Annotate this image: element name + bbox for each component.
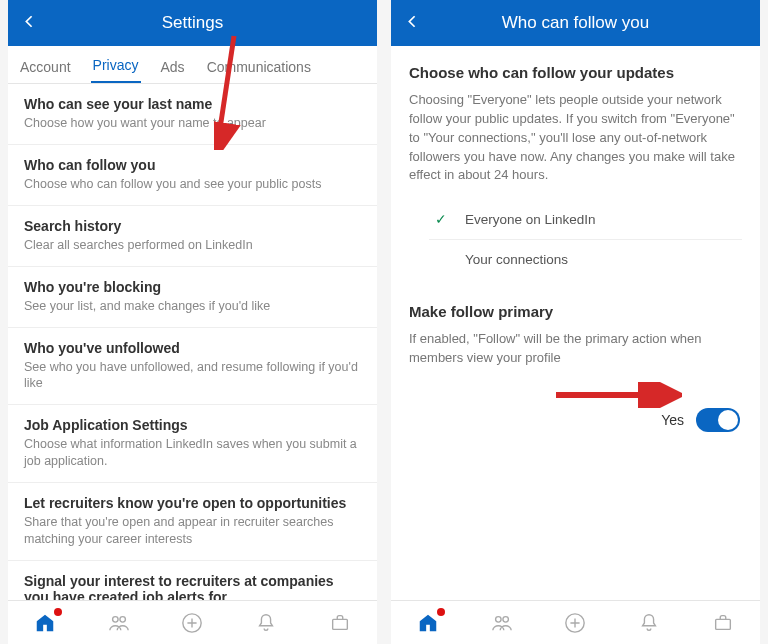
page-title: Who can follow you [502, 13, 649, 33]
section-body: Choosing "Everyone" lets people outside … [409, 91, 742, 185]
section-follow-updates: Choose who can follow your updates Choos… [391, 46, 760, 285]
tab-privacy[interactable]: Privacy [91, 49, 141, 83]
nav-home[interactable] [34, 612, 56, 634]
nav-network[interactable] [108, 612, 130, 634]
page-title: Settings [162, 13, 223, 33]
back-icon[interactable] [22, 13, 36, 34]
follow-primary-toggle[interactable] [696, 408, 740, 432]
toggle-label: Yes [661, 412, 684, 428]
svg-point-6 [495, 616, 501, 622]
item-recruiters-open[interactable]: Let recruiters know you're open to oppor… [8, 483, 377, 561]
item-desc: Choose what information LinkedIn saves w… [24, 436, 361, 470]
item-blocking[interactable]: Who you're blocking See your list, and m… [8, 267, 377, 328]
option-label: Everyone on LinkedIn [465, 212, 596, 227]
item-title: Who you're blocking [24, 279, 361, 295]
notification-badge-icon [437, 608, 445, 616]
item-desc: Choose how you want your name to appear [24, 115, 361, 132]
option-label: Your connections [465, 252, 568, 267]
item-desc: Clear all searches performed on LinkedIn [24, 237, 361, 254]
nav-home[interactable] [417, 612, 439, 634]
bottom-nav [8, 600, 377, 644]
svg-point-1 [112, 616, 118, 622]
toggle-row: Yes [391, 388, 760, 452]
nav-post[interactable] [181, 612, 203, 634]
item-signal-interest[interactable]: Signal your interest to recruiters at co… [8, 561, 377, 600]
section-heading: Make follow primary [409, 303, 742, 320]
section-heading: Choose who can follow your updates [409, 64, 742, 81]
item-desc: See your list, and make changes if you'd… [24, 298, 361, 315]
nav-post[interactable] [564, 612, 586, 634]
header-bar: Settings [8, 0, 377, 46]
nav-jobs[interactable] [712, 612, 734, 634]
header-bar: Who can follow you [391, 0, 760, 46]
item-title: Search history [24, 218, 361, 234]
item-desc: Choose who can follow you and see your p… [24, 176, 361, 193]
bottom-nav [391, 600, 760, 644]
nav-notifications[interactable] [255, 612, 277, 634]
notification-badge-icon [54, 608, 62, 616]
item-unfollowed[interactable]: Who you've unfollowed See who you have u… [8, 328, 377, 406]
item-title: Who can see your last name [24, 96, 361, 112]
item-desc: See who you have unfollowed, and resume … [24, 359, 361, 393]
settings-tabs: Account Privacy Ads Communications [8, 46, 377, 84]
item-title: Job Application Settings [24, 417, 361, 433]
back-icon[interactable] [405, 13, 419, 34]
section-follow-primary: Make follow primary If enabled, "Follow"… [391, 285, 760, 388]
option-connections[interactable]: Your connections [429, 240, 742, 279]
check-icon: ✓ [435, 211, 451, 227]
item-title: Who can follow you [24, 157, 361, 173]
svg-rect-9 [716, 619, 731, 629]
item-title: Let recruiters know you're open to oppor… [24, 495, 361, 511]
item-who-can-follow[interactable]: Who can follow you Choose who can follow… [8, 145, 377, 206]
nav-network[interactable] [491, 612, 513, 634]
item-title: Signal your interest to recruiters at co… [24, 573, 361, 600]
item-last-name[interactable]: Who can see your last name Choose how yo… [8, 84, 377, 145]
settings-list: Who can see your last name Choose how yo… [8, 84, 377, 600]
item-job-application[interactable]: Job Application Settings Choose what inf… [8, 405, 377, 483]
nav-notifications[interactable] [638, 612, 660, 634]
item-search-history[interactable]: Search history Clear all searches perfor… [8, 206, 377, 267]
nav-jobs[interactable] [329, 612, 351, 634]
option-everyone[interactable]: ✓ Everyone on LinkedIn [429, 199, 742, 240]
follow-settings-screen: Who can follow you Choose who can follow… [391, 0, 760, 644]
svg-point-7 [503, 616, 509, 622]
settings-screen: Settings Account Privacy Ads Communicati… [8, 0, 377, 644]
item-title: Who you've unfollowed [24, 340, 361, 356]
item-desc: Share that you're open and appear in rec… [24, 514, 361, 548]
tab-communications[interactable]: Communications [205, 51, 313, 83]
tab-ads[interactable]: Ads [159, 51, 187, 83]
svg-rect-4 [333, 619, 348, 629]
svg-point-2 [120, 616, 126, 622]
section-body: If enabled, "Follow" will be the primary… [409, 330, 742, 368]
tab-account[interactable]: Account [18, 51, 73, 83]
